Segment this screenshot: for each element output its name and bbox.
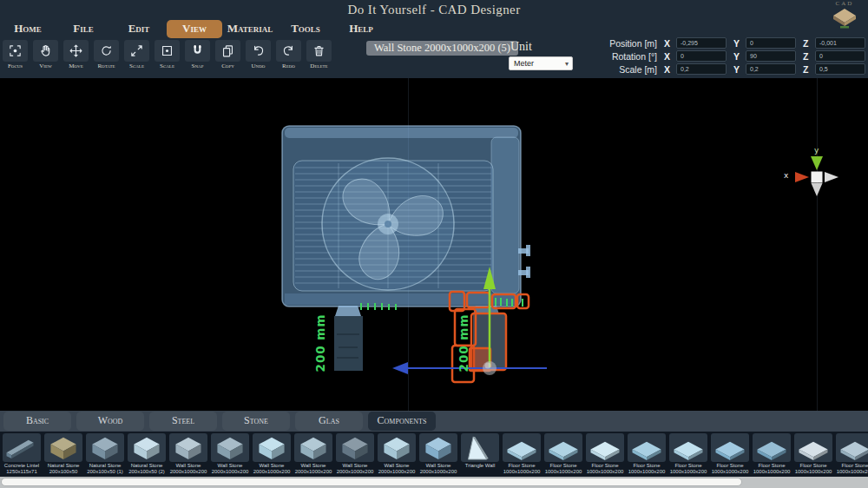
palette-item[interactable]: Floor Stone1000x1000x200 — [585, 433, 625, 475]
position-z-input[interactable] — [815, 37, 865, 49]
palette-item[interactable]: Floor Stone1000x1000x200 — [793, 433, 833, 475]
block-thumbnail-icon — [211, 433, 249, 462]
palette-item[interactable]: Floor Stone1000x1000x200 — [502, 433, 542, 475]
scale-z-input[interactable] — [815, 63, 865, 75]
copy-icon — [215, 40, 240, 62]
delete-button[interactable]: Delete — [306, 40, 332, 69]
tab-components[interactable]: Components — [368, 412, 436, 431]
palette-item[interactable]: Floor Stone1000x1000x200 — [835, 433, 868, 475]
gizmo-bottom-cone[interactable] — [812, 183, 823, 196]
menu-item-file[interactable]: File — [56, 20, 111, 38]
tab-basic[interactable]: Basic — [3, 412, 71, 431]
viewport-3d[interactable]: 200 mm 200 mm y x — [0, 78, 868, 411]
toolbar-button-label: Delete — [306, 63, 332, 69]
floor-thumbnail-icon — [836, 433, 868, 462]
view-button[interactable]: View — [32, 40, 59, 69]
menu-item-home[interactable]: Home — [0, 20, 56, 38]
palette-item[interactable]: Triangle Wall — [460, 433, 500, 475]
move-button[interactable]: Move — [62, 40, 89, 69]
rotation-z-input[interactable] — [815, 50, 865, 62]
palette-item-name: Floor Stone — [627, 463, 667, 469]
tab-stone[interactable]: Stone — [222, 412, 290, 431]
palette-item[interactable]: Concrete Lintel1250x115x71 — [2, 433, 42, 475]
floor-thumbnail-icon — [544, 433, 582, 462]
palette-item-dims: 1000x1000x200 — [627, 469, 667, 475]
menu-item-help[interactable]: Help — [333, 20, 389, 38]
unit-select-value: Meter — [514, 59, 534, 68]
redo-button[interactable]: Redo — [275, 40, 302, 69]
gizmo-y-cone[interactable] — [811, 156, 823, 170]
gizmo-center-cube[interactable] — [812, 172, 823, 183]
palette-item[interactable]: Floor Stone1000x1000x200 — [668, 433, 708, 475]
toolbar-button-label: View — [32, 63, 59, 69]
menu-item-view[interactable]: View — [167, 20, 222, 38]
palette-item-name: Wall Stone — [252, 463, 292, 469]
position-y-input[interactable] — [746, 37, 796, 49]
snap-icon — [185, 40, 210, 62]
scale-button[interactable]: Scale — [123, 40, 150, 69]
palette-item[interactable]: Wall Stone2000x1000x200 — [418, 433, 458, 475]
axis-label-x: X — [664, 38, 676, 49]
gizmo-x-cone[interactable] — [795, 172, 809, 182]
palette-item[interactable]: Wall Stone2000x1000x200 — [377, 433, 417, 475]
rotate-button[interactable]: Rotate — [93, 40, 120, 69]
axis-label-y: Y — [733, 64, 746, 75]
tab-wood[interactable]: Wood — [76, 412, 144, 431]
undo-button[interactable]: Undo — [245, 40, 272, 69]
palette-item-name: Wall Stone — [377, 463, 417, 469]
palette-item[interactable]: Natural Stone200x100x50 (1) — [85, 433, 125, 475]
block-thumbnail-icon — [86, 433, 124, 462]
tab-steel[interactable]: Steel — [149, 412, 217, 431]
scale-x-input[interactable] — [676, 63, 727, 75]
palette-item[interactable]: Floor Stone1000x1000x200 — [543, 433, 583, 475]
scale-box-icon — [155, 40, 180, 62]
palette-item-dims: 1250x115x71 — [2, 469, 42, 475]
axis-label-z: Z — [803, 51, 815, 62]
palette-item[interactable]: Natural Stone200x100x50 — [43, 433, 83, 475]
palette-item[interactable]: Wall Stone2000x1000x200 — [293, 433, 333, 475]
orientation-gizmo[interactable]: y x — [780, 146, 853, 208]
copy-button[interactable]: Copy — [214, 40, 241, 69]
pedestal-block[interactable] — [334, 316, 363, 371]
palette-item-dims: 200x100x50 — [43, 469, 83, 475]
palette-item-name: Wall Stone — [210, 463, 250, 469]
gizmo-origin-handle[interactable] — [483, 361, 496, 375]
app-logo-text: CAD — [825, 0, 865, 7]
palette-item[interactable]: Floor Stone1000x1000x200 — [752, 433, 792, 475]
block-thumbnail-icon — [253, 433, 291, 462]
unit-label: Unit — [510, 40, 532, 54]
menu-item-material[interactable]: Material — [222, 20, 278, 38]
palette-item[interactable]: Floor Stone1000x1000x200 — [710, 433, 750, 475]
position-x-input[interactable] — [676, 37, 727, 49]
palette-scrollbar[interactable] — [0, 477, 868, 488]
transform-row-scale: Scale [m]XYZ — [544, 63, 865, 75]
scale-button[interactable]: Scale — [154, 40, 181, 69]
toolbar-button-label: Snap — [184, 63, 211, 69]
toolbar-button-label: Focus — [2, 63, 29, 69]
snap-button[interactable]: Snap — [184, 40, 211, 69]
toolbar-button-label: Rotate — [93, 63, 120, 69]
transform-row-label: Position [m] — [544, 38, 664, 49]
palette-item-dims: 2000x1000x200 — [377, 469, 417, 475]
gizmo-right-cone[interactable] — [825, 172, 838, 182]
palette-item[interactable]: Wall Stone2000x1000x200 — [252, 433, 292, 475]
menu-item-tools[interactable]: Tools — [278, 20, 333, 38]
palette-item[interactable]: Wall Stone2000x1000x200 — [168, 433, 208, 475]
axis-label-y: Y — [733, 51, 746, 62]
scale-y-input[interactable] — [746, 63, 796, 75]
palette-item-dims: 2000x1000x200 — [168, 469, 208, 475]
palette-item[interactable]: Wall Stone2000x1000x200 — [210, 433, 250, 475]
toolbar: FocusViewMoveRotateScaleScaleSnapCopyUnd… — [2, 40, 332, 69]
rotation-x-input[interactable] — [676, 50, 727, 62]
undo-icon — [246, 40, 271, 62]
scrollbar-thumb[interactable] — [1, 478, 742, 486]
palette-item[interactable]: Floor Stone1000x1000x200 — [627, 433, 667, 475]
palette-item[interactable]: Natural Stone200x100x50 (2) — [127, 433, 167, 475]
floor-thumbnail-icon — [669, 433, 707, 462]
rotation-y-input[interactable] — [746, 50, 796, 62]
transform-row-label: Rotation [°] — [544, 51, 664, 62]
menu-item-edit[interactable]: Edit — [111, 20, 167, 38]
focus-button[interactable]: Focus — [2, 40, 29, 69]
tab-glas[interactable]: Glas — [295, 412, 363, 431]
palette-item[interactable]: Wall Stone2000x1000x200 — [335, 433, 375, 475]
